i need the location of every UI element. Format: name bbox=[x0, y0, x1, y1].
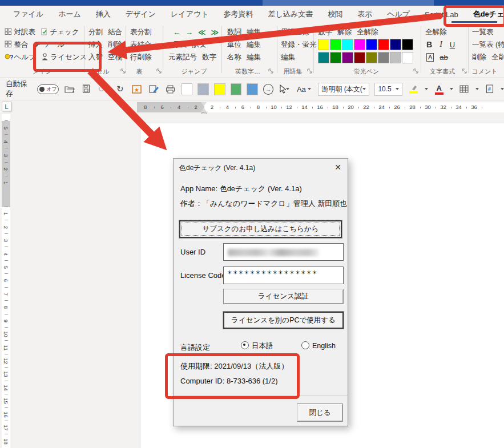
comment-button[interactable]: 削除 bbox=[472, 53, 486, 62]
ribbon-tab[interactable]: 色deチェック bbox=[466, 6, 504, 22]
jump-button[interactable]: 数字 bbox=[202, 53, 216, 62]
ribbon-tab[interactable]: デザイン bbox=[118, 6, 163, 22]
jump-button[interactable]: 原文 bbox=[173, 40, 187, 50]
shading-swatch[interactable] bbox=[214, 83, 225, 95]
goto-circle-arrow-icon[interactable]: → bbox=[263, 84, 273, 95]
glossary-button[interactable]: 用語登録 bbox=[281, 27, 309, 37]
ribbon-tab[interactable]: 表示 bbox=[350, 6, 380, 22]
highlight-color-swatch[interactable] bbox=[354, 52, 365, 63]
table-button[interactable]: 表分割 bbox=[130, 27, 152, 37]
dialog-launcher-icon[interactable] bbox=[156, 68, 162, 74]
table-button[interactable]: 表結合 bbox=[130, 40, 152, 50]
alnum-button[interactable]: 編集 bbox=[247, 53, 261, 62]
underline-button[interactable]: U bbox=[450, 41, 455, 49]
activate-license-button[interactable]: ライセンス認証 bbox=[223, 289, 344, 304]
ribbon-tab[interactable]: 校閲 bbox=[320, 6, 350, 22]
alnum-button[interactable]: 名称 bbox=[227, 53, 241, 62]
cell-button[interactable]: 削除 bbox=[108, 40, 122, 50]
clear-format-button[interactable]: 全解除 bbox=[425, 27, 447, 37]
italic-button[interactable]: I bbox=[440, 40, 442, 49]
jump-arrow-button[interactable]: ≪ bbox=[198, 28, 206, 37]
highlight-color-swatch[interactable] bbox=[390, 39, 401, 50]
ribbon-tab[interactable]: 挿入 bbox=[88, 6, 118, 22]
open-folder-icon[interactable] bbox=[64, 82, 75, 96]
page-number-icon[interactable]: # bbox=[484, 82, 495, 96]
cell-button[interactable]: 入替 bbox=[88, 53, 103, 62]
highlight-color-swatch[interactable] bbox=[378, 39, 389, 50]
ribbon-tab[interactable]: レイアウト bbox=[163, 6, 216, 22]
subscribe-button[interactable]: サブスクのお申し込みはこちらから bbox=[179, 220, 342, 238]
highlight-button[interactable]: 数字 bbox=[318, 27, 332, 37]
highlight-color-swatch[interactable] bbox=[366, 52, 377, 63]
ribbon-tab[interactable]: ファイル bbox=[6, 6, 51, 22]
save-icon[interactable] bbox=[80, 82, 92, 96]
highlight-button[interactable]: 全解除 bbox=[357, 27, 378, 37]
license-code-input[interactable]: **************** bbox=[223, 267, 344, 284]
tab-stop-selector[interactable]: L bbox=[2, 102, 11, 111]
ribbon-tab[interactable]: ヘルプ bbox=[380, 6, 417, 22]
font-name-combo[interactable]: 游明朝 (本文( bbox=[318, 83, 369, 96]
jump-arrow-button[interactable]: ≫ bbox=[211, 28, 219, 37]
radio-english[interactable]: English bbox=[301, 341, 336, 350]
bilingual-table-button[interactable]: 対訳表 bbox=[5, 27, 35, 37]
glossary-button[interactable]: 編集 bbox=[281, 53, 295, 62]
cell-button[interactable]: 分割 bbox=[88, 27, 103, 37]
tools-button[interactable]: ツール bbox=[33, 40, 64, 50]
radio-japanese[interactable]: 日本語 bbox=[241, 341, 273, 351]
printer-icon[interactable] bbox=[164, 82, 176, 96]
shading-swatch[interactable] bbox=[197, 83, 209, 95]
check-button[interactable]: チェック bbox=[41, 27, 79, 37]
highlight-color-swatch[interactable] bbox=[342, 52, 353, 63]
cell-button[interactable]: 挿入 bbox=[88, 40, 103, 50]
dialog-launcher-icon[interactable] bbox=[413, 68, 419, 74]
autosave-toggle[interactable]: オフ bbox=[37, 84, 58, 94]
highlight-color-swatch[interactable] bbox=[402, 39, 413, 50]
ribbon-tab[interactable]: 参考資料 bbox=[216, 6, 261, 22]
jump-button[interactable]: 訳文 bbox=[192, 40, 207, 50]
table-icon[interactable] bbox=[458, 82, 470, 96]
first-line-indent-marker[interactable] bbox=[201, 102, 207, 106]
font-dialog-icon[interactable]: Aa bbox=[295, 82, 313, 96]
highlight-color-swatch[interactable] bbox=[390, 52, 401, 63]
align-button[interactable]: 整合 bbox=[5, 40, 28, 50]
shading-swatch[interactable] bbox=[182, 83, 193, 95]
favorites-folder-icon[interactable]: ★ bbox=[131, 82, 142, 96]
highlight-color-swatch[interactable] bbox=[354, 39, 365, 50]
glossary-button[interactable]: 登録・蛍光 bbox=[281, 40, 317, 50]
undo-icon[interactable]: ↺ bbox=[98, 82, 109, 96]
save-edit-icon[interactable] bbox=[148, 82, 159, 96]
jump-arrow-button[interactable]: → bbox=[186, 28, 193, 37]
strikethrough-button[interactable]: ab bbox=[440, 53, 447, 62]
hanging-indent-marker[interactable] bbox=[201, 108, 207, 112]
license-button[interactable]: ライセンス bbox=[41, 53, 87, 62]
dialog-launcher-icon[interactable] bbox=[307, 68, 313, 74]
transfer-license-button[interactable]: ライセンスを別のPCで使用する bbox=[223, 312, 344, 329]
font-color-icon[interactable]: A bbox=[433, 82, 445, 96]
shading-swatch[interactable] bbox=[231, 83, 242, 95]
highlight-color-swatch[interactable] bbox=[402, 52, 413, 63]
comment-button[interactable]: 全削 bbox=[491, 53, 504, 62]
alnum-button[interactable]: 単位 bbox=[227, 40, 241, 50]
highlight-color-swatch[interactable] bbox=[366, 39, 377, 50]
close-button[interactable]: 閉じる bbox=[297, 403, 343, 422]
user-id-input[interactable] bbox=[223, 243, 344, 261]
table-button[interactable]: 行削除 bbox=[130, 53, 152, 62]
font-size-combo[interactable]: 10.5 bbox=[374, 83, 402, 96]
alnum-button[interactable]: 編集 bbox=[247, 27, 261, 37]
close-icon[interactable]: ✕ bbox=[331, 161, 345, 173]
jump-button[interactable]: 元素記号 bbox=[168, 53, 197, 62]
highlight-color-swatch[interactable] bbox=[318, 39, 329, 50]
highlight-color-swatch[interactable] bbox=[330, 52, 341, 63]
jump-arrow-button[interactable]: ← bbox=[173, 28, 180, 37]
cursor-icon[interactable] bbox=[279, 82, 290, 96]
ribbon-tab[interactable]: 差し込み文書 bbox=[261, 6, 321, 22]
border-char-button[interactable]: A bbox=[426, 53, 434, 62]
highlight-color-swatch[interactable] bbox=[318, 52, 329, 63]
dialog-launcher-icon[interactable] bbox=[268, 68, 274, 74]
comment-button[interactable]: 一覧表 (特 bbox=[472, 40, 504, 50]
highlight-color-swatch[interactable] bbox=[378, 52, 389, 63]
ribbon-tab[interactable]: Script Lab bbox=[417, 7, 466, 22]
highlight-color-swatch[interactable] bbox=[342, 39, 353, 50]
alnum-button[interactable]: 編集 bbox=[247, 40, 261, 50]
highlight-button[interactable]: 解除 bbox=[337, 27, 352, 37]
